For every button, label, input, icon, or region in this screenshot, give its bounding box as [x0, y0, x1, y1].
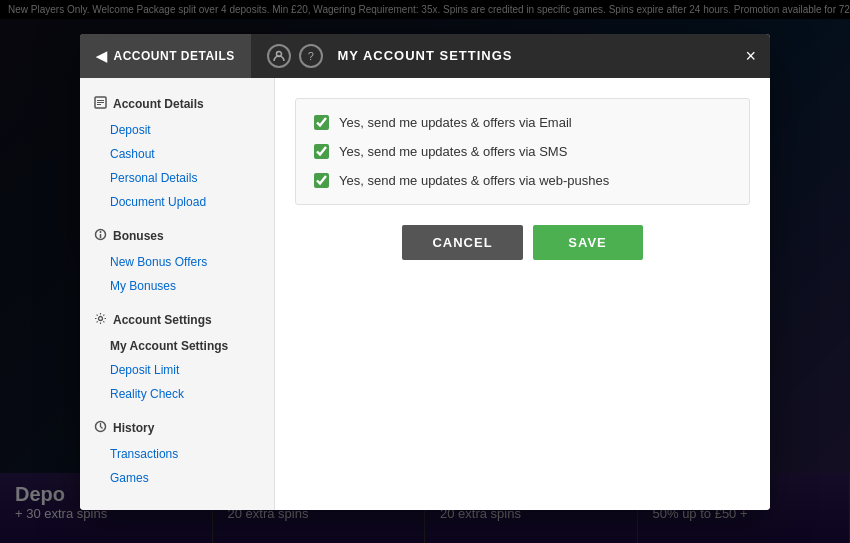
sidebar-item-reality-check[interactable]: Reality Check	[80, 382, 274, 406]
history-icon	[94, 420, 107, 436]
sidebar-item-transactions[interactable]: Transactions	[80, 442, 274, 466]
back-button[interactable]: ◀ ACCOUNT DETAILS	[80, 34, 251, 78]
save-button[interactable]: SAVE	[533, 225, 643, 260]
account-settings-icon	[94, 312, 107, 328]
back-button-label: ACCOUNT DETAILS	[114, 49, 235, 63]
sidebar-section-account-details: Account Details Deposit Cashout Personal…	[80, 90, 274, 214]
sidebar-item-personal-details[interactable]: Personal Details	[80, 166, 274, 190]
checkbox-webpushes-input[interactable]	[314, 173, 329, 188]
person-icon[interactable]	[267, 44, 291, 68]
sidebar-section-account-settings: Account Settings My Account Settings Dep…	[80, 306, 274, 406]
sidebar-item-games[interactable]: Games	[80, 466, 274, 490]
modal: ◀ ACCOUNT DETAILS ? MY ACCOUNT SETTINGS …	[80, 34, 770, 510]
checkbox-sms-input[interactable]	[314, 144, 329, 159]
sidebar-section-header-history: History	[80, 414, 274, 442]
history-label: History	[113, 421, 154, 435]
sidebar: Account Details Deposit Cashout Personal…	[80, 78, 275, 510]
sidebar-item-document-upload[interactable]: Document Upload	[80, 190, 274, 214]
sidebar-section-header-account-settings: Account Settings	[80, 306, 274, 334]
close-button[interactable]: ×	[745, 47, 756, 65]
sidebar-item-new-bonus-offers[interactable]: New Bonus Offers	[80, 250, 274, 274]
modal-body: Account Details Deposit Cashout Personal…	[80, 78, 770, 510]
checkbox-webpushes-label: Yes, send me updates & offers via web-pu…	[339, 173, 609, 188]
checkbox-email-label: Yes, send me updates & offers via Email	[339, 115, 572, 130]
svg-point-8	[99, 316, 103, 320]
bonuses-icon	[94, 228, 107, 244]
main-content: Yes, send me updates & offers via Email …	[275, 78, 770, 510]
checkbox-email-input[interactable]	[314, 115, 329, 130]
checkbox-sms[interactable]: Yes, send me updates & offers via SMS	[314, 144, 731, 159]
sidebar-item-cashout[interactable]: Cashout	[80, 142, 274, 166]
modal-title: MY ACCOUNT SETTINGS	[337, 48, 512, 63]
sidebar-item-deposit-limit[interactable]: Deposit Limit	[80, 358, 274, 382]
modal-overlay: ◀ ACCOUNT DETAILS ? MY ACCOUNT SETTINGS …	[0, 0, 850, 543]
checkbox-webpushes[interactable]: Yes, send me updates & offers via web-pu…	[314, 173, 731, 188]
sidebar-section-header-bonuses: Bonuses	[80, 222, 274, 250]
account-settings-label: Account Settings	[113, 313, 212, 327]
checkbox-email[interactable]: Yes, send me updates & offers via Email	[314, 115, 731, 130]
account-details-icon	[94, 96, 107, 112]
checkbox-sms-label: Yes, send me updates & offers via SMS	[339, 144, 567, 159]
sidebar-section-header-account-details: Account Details	[80, 90, 274, 118]
bonuses-label: Bonuses	[113, 229, 164, 243]
sidebar-item-deposit[interactable]: Deposit	[80, 118, 274, 142]
checkbox-group: Yes, send me updates & offers via Email …	[295, 98, 750, 205]
sidebar-item-my-bonuses[interactable]: My Bonuses	[80, 274, 274, 298]
question-icon[interactable]: ?	[299, 44, 323, 68]
sidebar-item-my-account-settings[interactable]: My Account Settings	[80, 334, 274, 358]
chevron-left-icon: ◀	[96, 48, 108, 64]
sidebar-section-bonuses: Bonuses New Bonus Offers My Bonuses	[80, 222, 274, 298]
header-icons: ?	[267, 44, 323, 68]
modal-header: ◀ ACCOUNT DETAILS ? MY ACCOUNT SETTINGS …	[80, 34, 770, 78]
button-row: CANCEL SAVE	[295, 225, 750, 260]
account-details-label: Account Details	[113, 97, 204, 111]
cancel-button[interactable]: CANCEL	[402, 225, 522, 260]
sidebar-section-history: History Transactions Games	[80, 414, 274, 490]
